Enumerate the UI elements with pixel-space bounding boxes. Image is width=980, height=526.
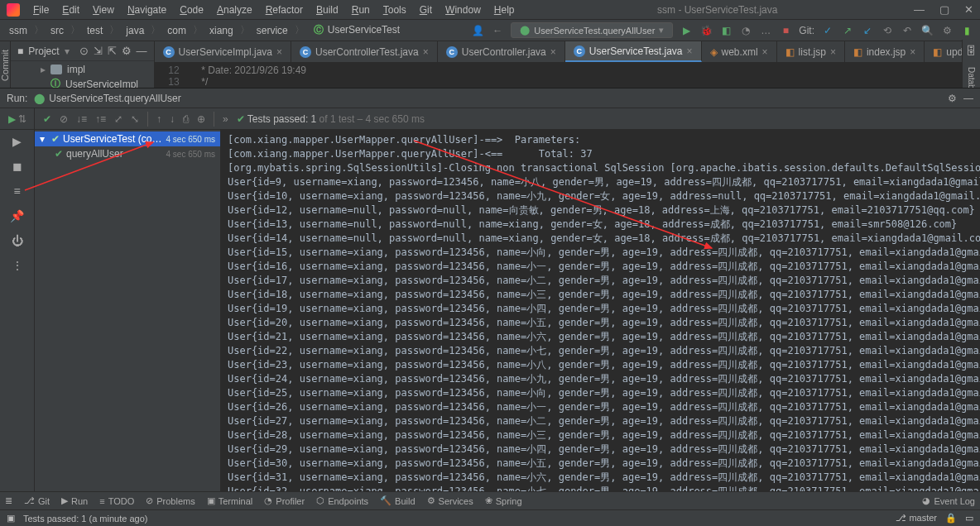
menu-analyze[interactable]: Analyze [210, 4, 259, 16]
git-push-icon[interactable]: ↗ [841, 24, 854, 37]
git-branch[interactable]: ⎇ master [896, 513, 937, 524]
close-tab-icon[interactable]: × [762, 46, 768, 58]
breadcrumb-seg[interactable]: xiang [207, 25, 236, 36]
editor-tab[interactable]: web.xml× [702, 41, 777, 62]
toggle-icon[interactable]: ⇅ [18, 113, 26, 125]
stop2-icon[interactable]: ◼ [12, 160, 22, 173]
attach-icon[interactable]: … [759, 24, 772, 37]
history-icon[interactable]: ⟲ [881, 24, 894, 37]
menu-build[interactable]: Build [310, 4, 345, 16]
tree-item[interactable]: ▸impl [11, 63, 154, 76]
rerun2-icon[interactable]: ▶ [12, 135, 22, 148]
prev-icon[interactable]: ↑ [156, 113, 161, 125]
status-extra-icon[interactable]: ▭ [965, 513, 973, 524]
git-update-icon[interactable]: ✓ [821, 24, 834, 37]
bottom-tab-build[interactable]: 🔨Build [380, 495, 415, 506]
bottom-tab-profiler[interactable]: ◔Profiler [264, 495, 305, 506]
export-icon[interactable]: ⎙ [183, 113, 189, 125]
git-pull-icon[interactable]: ↙ [861, 24, 874, 37]
breadcrumb-seg[interactable]: service [254, 25, 291, 36]
menu-file[interactable]: File [26, 4, 55, 16]
fail-filter-icon[interactable]: ⊘ [60, 113, 68, 125]
project-title[interactable]: Project [28, 45, 59, 57]
editor-tab[interactable]: list.jsp× [777, 41, 845, 62]
next-icon[interactable]: ↓ [170, 113, 175, 125]
menu-view[interactable]: View [86, 4, 121, 16]
menu-run[interactable]: Run [345, 4, 377, 16]
close-tab-icon[interactable]: × [550, 46, 556, 58]
sort2-icon[interactable]: ↑≡ [95, 113, 106, 125]
editor-tab[interactable]: UserServiceTest.java× [565, 41, 702, 62]
breadcrumb-seg[interactable]: src [48, 25, 66, 36]
bottom-tab-services[interactable]: ⚙Services [427, 495, 473, 506]
tw-menu-icon[interactable]: ≣ [5, 495, 12, 506]
close-tab-icon[interactable]: × [276, 46, 282, 58]
debug-icon[interactable]: 🐞 [699, 24, 713, 37]
close-tab-icon[interactable]: × [423, 46, 429, 58]
close-tab-icon[interactable]: × [910, 46, 915, 58]
bottom-tab-problems[interactable]: ⊘Problems [146, 495, 195, 506]
database-icon[interactable]: 🗄 [966, 45, 977, 57]
close-tab-icon[interactable]: × [687, 45, 693, 57]
bottom-tab-git[interactable]: ⎇Git [24, 495, 50, 506]
breadcrumb[interactable]: ssm〉src〉test〉java〉com〉xiang〉service〉ⒸUse… [7, 23, 471, 37]
run-settings-icon[interactable]: ⚙ [948, 93, 957, 104]
bottom-tab-todo[interactable]: ≡TODO [99, 495, 134, 506]
plugin-icon[interactable]: ▮ [960, 24, 973, 37]
search-icon[interactable]: 🔍 [920, 24, 934, 37]
test-row[interactable]: ✔queryAllUser4 sec 650 ms [35, 146, 220, 161]
menu-code[interactable]: Code [173, 4, 210, 16]
maximize-icon[interactable]: ▢ [939, 3, 949, 16]
breadcrumb-seg[interactable]: com [165, 25, 189, 36]
editor-tab[interactable]: UserControllerTest.java× [291, 41, 438, 62]
left-tab-commit[interactable]: Commit [0, 45, 10, 86]
editor-tab[interactable]: index.jsp× [845, 41, 925, 62]
minimize-icon[interactable]: — [914, 3, 925, 16]
settings-icon[interactable]: ⚙ [940, 24, 954, 37]
stop-icon[interactable]: ■ [779, 24, 792, 37]
close-tab-icon[interactable]: × [830, 46, 836, 58]
editor-tab[interactable]: UserController.java× [438, 41, 565, 62]
close-icon[interactable]: ✕ [964, 3, 973, 16]
run-config-selector[interactable]: ⬤ UserServiceTest.queryAllUser ▾ [511, 22, 673, 38]
editor-tab[interactable]: UserServiceImpl.java× [155, 41, 291, 62]
exit-icon[interactable]: ⏻ [12, 234, 23, 247]
import-icon[interactable]: ⊕ [197, 113, 205, 125]
rerun-icon[interactable]: ▶ [8, 113, 16, 125]
bottom-tab-terminal[interactable]: ▣Terminal [207, 495, 253, 506]
menu-window[interactable]: Window [439, 4, 488, 16]
expand-all-icon[interactable]: ⤢ [114, 113, 122, 125]
collapse-all-icon[interactable]: ⤡ [131, 113, 139, 125]
bottom-tab-endpoints[interactable]: ⬡Endpoints [316, 495, 368, 506]
menu-help[interactable]: Help [488, 4, 521, 16]
more-icon[interactable]: ⋮ [12, 259, 23, 272]
menu-git[interactable]: Git [413, 4, 439, 16]
run-icon[interactable]: ▶ [680, 24, 693, 37]
test-row[interactable]: ▾✔UserServiceTest (com.xiang.ser4 sec 65… [35, 132, 220, 146]
run-config-name[interactable]: ⬤ UserServiceTest.queryAllUser [34, 93, 180, 104]
lock-icon[interactable]: 🔒 [945, 513, 957, 524]
bottom-tab-spring[interactable]: ❀Spring [485, 495, 522, 506]
breadcrumb-seg[interactable]: java [123, 25, 147, 36]
hide-icon[interactable]: — [137, 45, 147, 57]
layout-icon[interactable]: ≡ [13, 184, 20, 198]
event-log-button[interactable]: ◕Event Log [922, 495, 975, 506]
test-tree[interactable]: ▾✔UserServiceTest (com.xiang.ser4 sec 65… [35, 130, 221, 509]
breadcrumb-seg[interactable]: ssm [7, 25, 30, 36]
gear-icon[interactable]: ⚙ [122, 45, 132, 57]
breadcrumb-seg[interactable]: test [84, 25, 105, 36]
menu-edit[interactable]: Edit [55, 4, 86, 16]
breadcrumb-class[interactable]: ⒸUserServiceTest [309, 23, 402, 37]
pin-icon[interactable]: 📌 [10, 209, 24, 222]
sort-icon[interactable]: ↓≡ [76, 113, 87, 125]
menu-navigate[interactable]: Navigate [121, 4, 173, 16]
target-icon[interactable]: ⊙ [79, 45, 89, 57]
user-icon[interactable]: 👤 [471, 24, 484, 37]
menu-tools[interactable]: Tools [377, 4, 413, 16]
coverage-icon[interactable]: ◧ [719, 24, 733, 37]
run-hide-icon[interactable]: — [963, 93, 973, 104]
console-output[interactable]: [com.xiang.mapper.UserMapper.queryAllUse… [221, 130, 980, 509]
bottom-tab-run[interactable]: ▶Run [61, 495, 88, 506]
expand-icon[interactable]: ⇱ [108, 45, 117, 57]
menu-refactor[interactable]: Refactor [259, 4, 310, 16]
